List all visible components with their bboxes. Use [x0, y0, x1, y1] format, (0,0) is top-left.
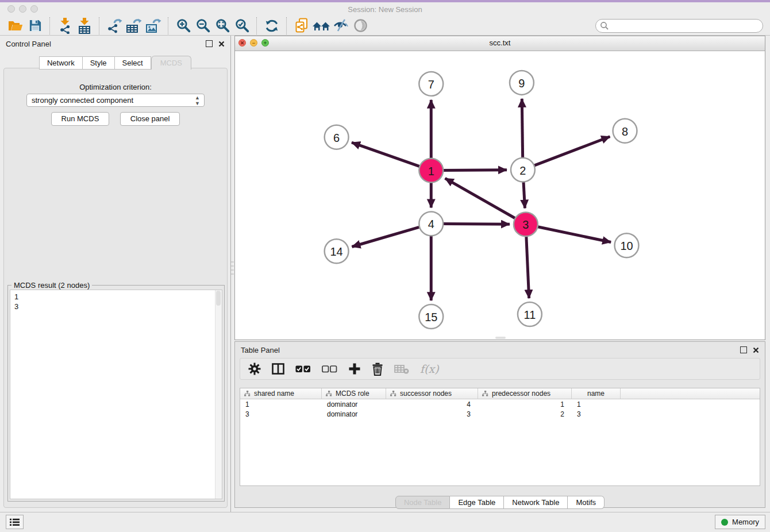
result-scrollbar-thumb[interactable] — [216, 291, 221, 306]
float-panel-icon[interactable] — [206, 40, 213, 47]
columns-icon[interactable] — [272, 363, 284, 375]
control-panel-tabs: NetworkStyleSelectMCDS — [0, 56, 230, 70]
table-body: 1dominator4113dominator323 — [240, 399, 760, 419]
deselect-all-icon[interactable] — [322, 365, 337, 373]
node-label: 7 — [428, 78, 434, 91]
export-network-button[interactable] — [105, 17, 124, 35]
column-header-label: successor nodes — [400, 390, 452, 398]
node-label: 2 — [519, 164, 526, 177]
edge-4-14[interactable] — [352, 227, 421, 247]
edge-1-2[interactable] — [442, 170, 507, 171]
memory-button[interactable]: Memory — [715, 515, 765, 529]
node-6[interactable]: 6 — [325, 125, 349, 149]
mcds-result-box[interactable]: 13 — [10, 290, 222, 499]
show-eye-button[interactable] — [351, 17, 370, 35]
edge-3-11[interactable] — [526, 235, 529, 298]
node-4[interactable]: 4 — [419, 211, 443, 236]
node-3[interactable]: 3 — [514, 212, 538, 236]
column-header-mcds-role[interactable]: MCDS role — [322, 388, 386, 399]
column-header-shared-name[interactable]: shared name — [240, 388, 322, 399]
zoom-out-button[interactable] — [193, 17, 213, 35]
table-cell: dominator — [322, 400, 386, 408]
hierarchy-icon — [244, 391, 251, 396]
memory-label: Memory — [732, 518, 759, 526]
close-panel-button[interactable]: Close panel — [120, 112, 180, 126]
node-label: 11 — [524, 309, 536, 321]
function-builder-icon: f(x) — [420, 363, 439, 375]
tab-style[interactable]: Style — [83, 56, 115, 70]
zoom-fit-button[interactable] — [213, 17, 232, 35]
node-2[interactable]: 2 — [511, 158, 535, 182]
tab-mcds[interactable]: MCDS — [151, 56, 191, 70]
zoom-selected-button[interactable] — [232, 17, 252, 35]
node-10[interactable]: 10 — [615, 233, 639, 257]
tab-motifs[interactable]: Motifs — [568, 496, 605, 509]
table-row[interactable]: 1dominator411 — [240, 399, 760, 409]
edge-3-10[interactable] — [536, 226, 611, 242]
save-session-button[interactable] — [25, 17, 45, 35]
network-canvas[interactable]: 7968124314101511 — [235, 51, 765, 340]
refresh-button[interactable] — [262, 17, 282, 35]
node-7[interactable]: 7 — [419, 72, 443, 96]
edge-2-8[interactable] — [533, 137, 610, 166]
tab-network[interactable]: Network — [39, 56, 83, 70]
table-cell: 1 — [572, 400, 621, 408]
hide-eye-button[interactable] — [331, 17, 351, 35]
network-resize-grip[interactable] — [495, 337, 506, 339]
edge-1-6[interactable] — [352, 142, 421, 167]
refresh-icon — [264, 18, 279, 33]
network-window: ✕ − + scc.txt 7968124314101511 — [234, 36, 765, 340]
open-session-button[interactable] — [6, 17, 25, 35]
node-9[interactable]: 9 — [510, 71, 534, 95]
import-table-button[interactable] — [75, 17, 94, 35]
zoom-in-button[interactable] — [174, 17, 193, 35]
node-1[interactable]: 1 — [419, 159, 443, 183]
node-8[interactable]: 8 — [613, 119, 637, 143]
edge-2-9[interactable] — [522, 99, 522, 159]
node-14[interactable]: 14 — [325, 239, 349, 263]
node-label: 8 — [622, 125, 628, 138]
settings-gear-icon[interactable] — [248, 363, 261, 375]
task-history-button[interactable] — [6, 515, 24, 529]
homes-icon — [312, 19, 330, 33]
memory-status-icon — [721, 519, 728, 526]
edge-2-3[interactable] — [523, 181, 525, 209]
close-panel-icon[interactable] — [218, 41, 225, 47]
table-panel: Table Panel f(x) shared nameMCDS rolesuc… — [234, 341, 765, 508]
close-panel-icon[interactable] — [753, 347, 759, 353]
splitter-handle[interactable] — [231, 261, 234, 277]
node-15[interactable]: 15 — [419, 304, 443, 329]
node-label: 10 — [620, 240, 633, 252]
tab-network-table[interactable]: Network Table — [504, 496, 568, 509]
mcds-result-title: MCDS result (2 nodes) — [11, 281, 92, 290]
criterion-dropdown[interactable]: strongly connected component ▲▼ — [26, 94, 205, 107]
node-11[interactable]: 11 — [518, 302, 542, 326]
save-icon — [29, 19, 42, 32]
import-network-button[interactable] — [55, 17, 75, 35]
edge-3-1[interactable] — [445, 178, 517, 219]
export-image-button[interactable] — [144, 17, 163, 35]
add-row-icon[interactable] — [348, 363, 361, 375]
tab-select[interactable]: Select — [115, 56, 151, 70]
run-mcds-button[interactable]: Run MCDS — [51, 112, 110, 126]
homes-button[interactable] — [311, 17, 331, 35]
delete-row-icon[interactable] — [372, 363, 383, 376]
network-window-titlebar[interactable]: ✕ − + scc.txt — [235, 36, 765, 51]
export-table-button[interactable] — [124, 17, 144, 35]
float-panel-icon[interactable] — [740, 346, 747, 353]
export-network-icon — [106, 18, 122, 33]
table-row[interactable]: 3dominator323 — [240, 409, 760, 419]
column-header-predecessor-nodes[interactable]: predecessor nodes — [478, 388, 572, 399]
result-scrollbar[interactable] — [215, 290, 222, 499]
search-input[interactable] — [595, 19, 763, 33]
edge-4-3[interactable] — [442, 224, 510, 225]
column-header-successor-nodes[interactable]: successor nodes — [386, 388, 478, 399]
column-header-label: MCDS role — [336, 390, 369, 398]
tab-node-table[interactable]: Node Table — [395, 496, 451, 509]
tab-edge-table[interactable]: Edge Table — [450, 496, 504, 509]
table-cell: 2 — [478, 410, 572, 418]
window-titlebar[interactable]: Session: New Session — [0, 2, 770, 16]
column-header-name[interactable]: name — [572, 388, 621, 399]
copy-network-button[interactable] — [292, 17, 311, 35]
select-all-icon[interactable] — [295, 365, 311, 373]
